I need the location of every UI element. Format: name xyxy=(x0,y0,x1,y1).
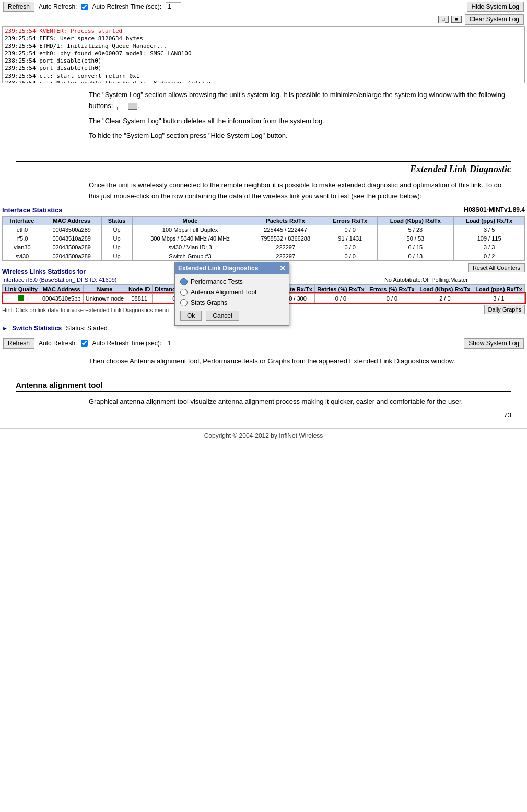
minimize-icon[interactable]: □ xyxy=(438,16,449,23)
auto-refresh-time-label-top: Auto Refresh Time (sec): xyxy=(92,3,161,10)
antenna-title: Antenna alignment tool xyxy=(16,380,511,392)
popup-body: Performance Tests Antenna Alignment Tool… xyxy=(175,274,289,325)
extended-link-para1: Once the unit is wirelessly connected to… xyxy=(89,180,511,202)
cell-status: Up xyxy=(101,225,132,234)
col-load-kbps: Load (Kbps) Rx/Tx xyxy=(377,216,454,225)
cell-status: Up xyxy=(101,243,132,252)
radio-selected-icon xyxy=(180,278,188,285)
col-errors: Errors Rx/Tx xyxy=(323,216,377,225)
popup-title-text: Extended Link Diagnostics xyxy=(178,265,258,272)
wireless-header: Wireless Links Statistics for Interface … xyxy=(2,264,117,283)
extended-link-diagnostics-popup: Extended Link Diagnostics ✕ Performance … xyxy=(174,262,289,326)
cell-iface: eth0 xyxy=(3,225,42,234)
top-right-controls: Hide System Log xyxy=(467,2,524,12)
iface-table-header: Interface MAC Address Status Mode Packet… xyxy=(3,216,525,225)
log-line: 239:25:54 FFFS: User space 8120634 bytes xyxy=(5,35,522,42)
cell-load-kbps: 0 / 13 xyxy=(377,252,454,260)
description-para2: The "Clear System Log" button deletes al… xyxy=(89,116,511,127)
table-row[interactable]: vlan30 02043500a289 Up svi30 / Vlan ID: … xyxy=(3,243,525,252)
cell-load-pps: 3 / 5 xyxy=(454,225,525,234)
log-line: 239:25:54 port_disable(eth0) xyxy=(5,65,522,72)
stats-header-row: Interface Statistics H08S01-MINTv1.89.4 xyxy=(2,206,525,214)
bottom-bar-right: Show System Log xyxy=(464,338,524,349)
refresh-button-bottom[interactable]: Refresh xyxy=(3,338,34,349)
cell-load-pps: 3 / 3 xyxy=(454,243,525,252)
reset-all-counters-button[interactable]: Reset All Counters xyxy=(468,263,525,272)
cell-mode: 300 Mbps / 5340 MHz /40 MHz xyxy=(132,234,248,243)
col-load-kbps: Load (Kbps) Rx/Tx xyxy=(417,284,473,293)
cell-load-pps: 109 / 115 xyxy=(454,234,525,243)
cell-iface: rf5.0 xyxy=(3,234,42,243)
cell-errors: 0 / 0 xyxy=(323,225,377,234)
switch-stats-title: Switch Statistics xyxy=(12,325,62,332)
popup-ok-button[interactable]: Ok xyxy=(180,311,202,321)
auto-refresh-checkbox-top[interactable] xyxy=(81,4,88,10)
popup-option-stats: Stats Graphs xyxy=(180,299,284,306)
page-number: 73 xyxy=(0,407,527,423)
auto-refresh-label-bottom: Auto Refresh: xyxy=(39,340,77,347)
cell-mac: 02043500a289 xyxy=(42,252,101,260)
cell-mac: 00043510e5bb xyxy=(40,293,83,303)
table-row[interactable]: eth0 00043500a289 Up 100 Mbps Full Duple… xyxy=(3,225,525,234)
expand-triangle-icon[interactable]: ► xyxy=(2,325,8,331)
hint-text: Hint: Click on link data to invoke Exten… xyxy=(2,307,169,313)
extended-link-desc: Once the unit is wirelessly connected to… xyxy=(16,180,511,202)
auto-refresh-label-top: Auto Refresh: xyxy=(39,3,77,10)
antenna-para1: Graphical antenna alignment tool visuali… xyxy=(89,397,511,408)
extended-link-section: Extended Link Diagnostic Once the unit i… xyxy=(0,161,527,202)
section2-para1: Then choose Antenna alignment tool, Perf… xyxy=(89,356,511,367)
log-line: 239:25:54 eth0: phy found e0e00007 model… xyxy=(5,50,522,57)
cell-load-kbps: 50 / 53 xyxy=(377,234,454,243)
col-lq: Link Quality xyxy=(3,284,40,293)
auto-refresh-time-input-bottom[interactable] xyxy=(166,339,181,348)
cell-errors: 0 / 0 xyxy=(323,252,377,260)
auto-refresh-checkbox-bottom[interactable] xyxy=(81,340,88,347)
section-title-extended: Extended Link Diagnostic xyxy=(16,164,511,175)
log-line: 239:25:54 ETHD/1: Initializing Queue Man… xyxy=(5,43,522,50)
cell-nodeid: 08811 xyxy=(126,293,153,303)
col-mode: Mode xyxy=(132,216,248,225)
cell-load-kbps: 6 / 15 xyxy=(377,243,454,252)
col-status: Status xyxy=(101,216,132,225)
show-system-log-button[interactable]: Show System Log xyxy=(464,338,524,349)
popup-cancel-button[interactable]: Cancel xyxy=(206,311,239,321)
description-para3: To hide the "System Log" section press "… xyxy=(89,130,511,141)
col-mac: MAC Address xyxy=(40,284,83,293)
system-log-area[interactable]: 239:25:54 KVENTER: Process started 239:2… xyxy=(2,26,525,83)
section2-text: Then choose Antenna alignment tool, Perf… xyxy=(0,351,527,372)
cell-errors: 0 / 0 xyxy=(367,293,417,303)
table-row[interactable]: svi30 02043500a289 Up Switch Group #3 22… xyxy=(3,252,525,260)
cell-load-kbps: 5 / 23 xyxy=(377,225,454,234)
top-controls: Refresh Auto Refresh: Auto Refresh Time … xyxy=(0,0,527,14)
description-para1: The "System Log" section allows browsing… xyxy=(89,90,511,112)
description-section: The "System Log" section allows browsing… xyxy=(0,85,527,151)
popup-option-antenna: Antenna Alignment Tool xyxy=(180,289,284,296)
col-nodeid: Node ID xyxy=(126,284,153,293)
cell-errors: 91 / 1431 xyxy=(323,234,377,243)
hide-system-log-button[interactable]: Hide System Log xyxy=(467,2,524,12)
cell-load-pps: 3 / 1 xyxy=(473,293,524,303)
auto-refresh-time-input-top[interactable] xyxy=(166,2,181,11)
antenna-section: Antenna alignment tool Graphical antenna… xyxy=(0,380,527,408)
maximize-icon[interactable]: ■ xyxy=(451,16,462,23)
cell-mode: Switch Group #3 xyxy=(132,252,248,260)
popup-close-button[interactable]: ✕ xyxy=(279,264,286,272)
table-row[interactable]: rf5.0 00043510a289 Up 300 Mbps / 5340 MH… xyxy=(3,234,525,243)
green-quality-indicator xyxy=(18,295,24,301)
col-retries: Retries (%) Rx/Tx xyxy=(314,284,367,293)
copyright-bar: Copyright © 2004-2012 by InfiNet Wireles… xyxy=(0,428,527,443)
cell-iface: svi30 xyxy=(3,252,42,260)
section-divider xyxy=(16,161,511,162)
daily-graphs-button[interactable]: Daily Graphs xyxy=(484,305,525,314)
cell-mode: svi30 / Vlan ID: 3 xyxy=(132,243,248,252)
clear-system-log-button[interactable]: Clear System Log xyxy=(465,14,524,25)
cell-load-kbps: 2 / 0 xyxy=(417,293,473,303)
cell-iface: vlan30 xyxy=(3,243,42,252)
refresh-button-top[interactable]: Refresh xyxy=(3,2,34,12)
popup-option-label-performance: Performance Tests xyxy=(191,278,243,285)
stats-wrapper: Interface Statistics H08S01-MINTv1.89.4 … xyxy=(2,206,525,332)
cell-packets: 222297 xyxy=(248,252,323,260)
log-line: 239:25:54 ctl: start convert return 0x1 xyxy=(5,73,522,80)
top-left-controls: Refresh Auto Refresh: Auto Refresh Time … xyxy=(3,2,181,12)
cell-packets: 7958532 / 8366288 xyxy=(248,234,323,243)
